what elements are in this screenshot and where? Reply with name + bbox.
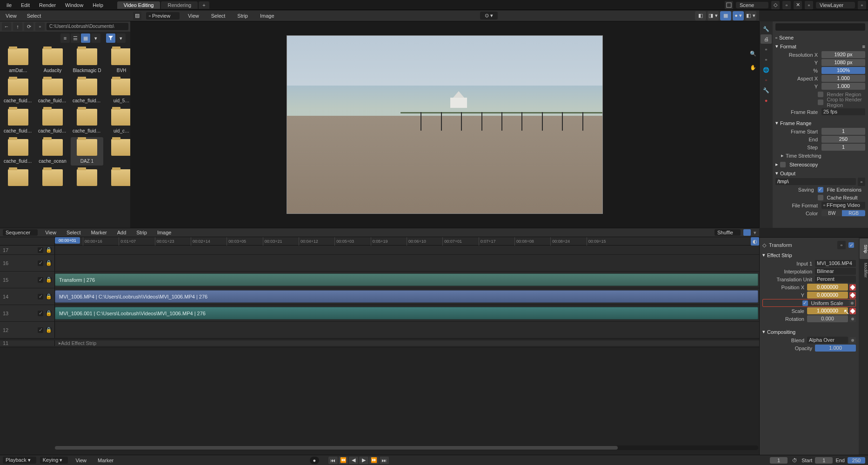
prop-tab-tool-icon[interactable]: 🔧 (761, 24, 772, 33)
channel-lock-12[interactable]: 🔒 (46, 327, 52, 333)
view-grid-icon[interactable]: ▦ (81, 33, 90, 43)
channel-mute-13[interactable]: ✓ (38, 311, 43, 316)
autokey-icon[interactable]: ● (310, 457, 319, 464)
preview-image-menu[interactable]: Image (256, 13, 278, 19)
preview-viewport[interactable]: 🔍 ✋ (130, 21, 759, 228)
strip-pin-icon[interactable]: ◇ (762, 242, 766, 248)
viewlayer-new-icon[interactable]: ▫ (858, 1, 866, 9)
folder-item[interactable]: cache_fluid_a… (71, 107, 103, 135)
time-display-icon[interactable]: ⏱ (790, 456, 799, 465)
nav-newfolder-icon[interactable]: ▫ (35, 22, 45, 31)
folder-item[interactable] (71, 167, 103, 191)
overlap-dropdown[interactable]: Shuffle (714, 229, 741, 236)
sequencer-mode-dropdown[interactable]: Sequencer (3, 229, 38, 236)
nav-refresh-icon[interactable]: ⟳ (24, 22, 33, 31)
frame-step-field[interactable]: 1 (821, 144, 865, 151)
channel-lock-14[interactable]: 🔒 (46, 294, 52, 299)
nav-forward-icon[interactable]: ↑ (13, 22, 22, 31)
view-list-icon[interactable]: ≡ (60, 33, 70, 43)
scene-pin-icon[interactable]: ◇ (771, 1, 780, 9)
prop-tab-output-icon[interactable]: 🖨 (761, 34, 772, 44)
filebrowser-view-menu[interactable]: View (2, 13, 20, 19)
zoom-icon[interactable]: 🔍 (748, 48, 758, 59)
color-rgb-button[interactable]: RGB (842, 210, 865, 216)
file-ext-check[interactable]: ✓ (818, 187, 823, 193)
timeline-scroll-thumb[interactable] (55, 446, 618, 450)
interp-dropdown[interactable]: Bilinear (815, 268, 856, 275)
cache-result-check[interactable] (818, 195, 823, 200)
timeline-h-scrollbar[interactable] (55, 445, 758, 450)
prop-tab-modifier-icon[interactable]: 🔧 (761, 86, 772, 95)
shading-icon[interactable]: ● ▾ (733, 11, 744, 20)
render-region-check[interactable] (818, 92, 823, 97)
overlay-icon[interactable]: ◨ ▾ (708, 11, 719, 20)
start-frame-field[interactable]: 1 (815, 457, 833, 464)
folder-item[interactable]: uid_c… (105, 107, 130, 135)
audio-strip[interactable]: MVI_1006.001 | C:\Users\Loobrush\Videos\… (55, 307, 758, 319)
folder-item[interactable]: cache_fluid_8… (2, 107, 34, 135)
frame-end-field[interactable]: 250 (821, 136, 865, 143)
help-menu[interactable]: Help (88, 2, 108, 8)
file-menu[interactable]: ile (2, 2, 16, 8)
input1-field[interactable]: MVI_1006.MP4 (815, 260, 856, 267)
folder-item[interactable]: Blackmagic D (71, 46, 103, 75)
stereoscopy-check[interactable] (780, 162, 786, 167)
editor-type-icon[interactable]: ▨ (133, 12, 141, 20)
filebrowser-select-menu[interactable]: Select (23, 13, 45, 19)
folder-item[interactable] (105, 137, 130, 166)
preview-mode-dropdown[interactable]: ▫ Preview (146, 12, 180, 20)
seq-view-menu[interactable]: View (42, 230, 59, 235)
channel-lock-15[interactable]: 🔒 (46, 277, 52, 283)
properties-search-field[interactable] (775, 23, 865, 31)
blend-dropdown[interactable]: Alpha Over (807, 337, 848, 344)
rotation-keyframe-icon[interactable] (849, 316, 856, 322)
track-body-14[interactable]: MVI_1006.MP4 | C:\Users\Loobrush\Videos\… (55, 288, 759, 305)
play-icon[interactable]: ▶ (359, 457, 368, 464)
seq-image-menu[interactable]: Image (154, 230, 174, 235)
prop-tab-material-icon[interactable]: ● (761, 96, 772, 105)
track-body-17[interactable] (55, 246, 759, 254)
format-panel-header[interactable]: ▾ Format≡ (775, 42, 865, 51)
posy-keyframe-icon[interactable] (849, 292, 856, 299)
edit-menu[interactable]: Edit (16, 2, 34, 8)
window-menu[interactable]: Window (60, 2, 88, 8)
tunit-dropdown[interactable]: Percent (815, 276, 856, 283)
channel-lock-16[interactable]: 🔒 (46, 260, 52, 266)
rotation-field[interactable]: 0.000 (807, 315, 848, 322)
view-sort-icon[interactable]: ▾ (91, 33, 100, 43)
preview-strip-menu[interactable]: Strip (234, 13, 252, 19)
playhead-badge[interactable]: 00:00+01 (55, 237, 80, 244)
blend-keyframe-icon[interactable] (849, 337, 856, 344)
scene-delete-icon[interactable]: ✕ (794, 1, 802, 9)
seq-strip-menu[interactable]: Strip (134, 230, 150, 235)
seq-add-menu[interactable]: Add (114, 230, 129, 235)
render-menu[interactable]: Render (34, 2, 60, 8)
crop-region-check[interactable] (818, 100, 823, 105)
snap-icon[interactable] (743, 229, 751, 236)
res-y-field[interactable]: 1080 px (821, 59, 865, 66)
keying-menu[interactable]: Keying ▾ (40, 457, 68, 464)
uniform-keyframe-icon[interactable] (849, 300, 855, 306)
folder-item[interactable]: BVH (105, 46, 130, 75)
current-frame-field[interactable]: 1 (770, 457, 788, 464)
workspace-tab-add[interactable]: + (199, 1, 209, 9)
display-channels-icon[interactable]: ▦ (720, 11, 731, 20)
playbar-marker-menu[interactable]: Marker (94, 458, 117, 463)
track-body-12[interactable] (55, 322, 759, 338)
prop-tab-viewlayer-icon[interactable]: ▫ (761, 45, 772, 54)
strip-display-icon[interactable]: ▫ (837, 241, 846, 249)
filter-icon[interactable] (106, 33, 115, 43)
channel-mute-14[interactable]: ✓ (38, 294, 43, 299)
snap-settings-icon[interactable]: ▾ (754, 230, 756, 236)
folder-item[interactable]: cache_fluid_c… (2, 137, 34, 166)
seq-marker-menu[interactable]: Marker (88, 230, 109, 235)
channel-lock-17[interactable]: 🔒 (46, 247, 52, 253)
folder-item[interactable]: Audacity (36, 46, 69, 75)
strip-tab-strip[interactable]: Strip (860, 239, 868, 259)
track-body-13[interactable]: MVI_1006.001 | C:\Users\Loobrush\Videos\… (55, 305, 759, 321)
res-pct-field[interactable]: 100% (821, 67, 865, 74)
color-bw-button[interactable]: BW (821, 210, 842, 216)
framerate-dropdown[interactable]: 25 fps (821, 108, 865, 115)
track-body-16[interactable] (55, 255, 759, 271)
folder-item[interactable] (2, 167, 34, 191)
